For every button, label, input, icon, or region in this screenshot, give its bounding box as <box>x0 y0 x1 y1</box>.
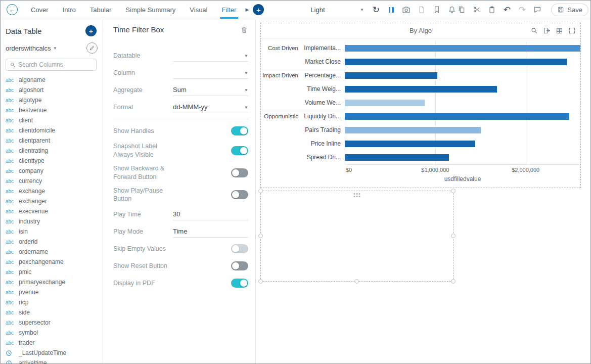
tab-intro[interactable]: Intro <box>56 1 83 19</box>
bookmark-icon[interactable] <box>432 5 441 15</box>
display-in-pdf-toggle[interactable] <box>231 279 248 288</box>
column-item[interactable]: arrivaltime <box>6 358 103 363</box>
clipboard-icon[interactable] <box>487 5 496 15</box>
add-data-table-button[interactable]: + <box>85 25 97 36</box>
copy-icon[interactable] <box>457 5 466 15</box>
bar[interactable] <box>345 45 580 52</box>
column-item[interactable]: abcsymbol <box>6 328 103 338</box>
show-play-pause-button-toggle[interactable] <box>231 190 248 199</box>
bar[interactable] <box>345 127 481 133</box>
bell-icon[interactable] <box>447 5 457 15</box>
bar[interactable] <box>345 141 475 147</box>
save-button[interactable]: Save <box>551 4 588 16</box>
zoom-icon[interactable] <box>530 27 538 34</box>
chart-plot[interactable] <box>345 41 580 165</box>
resize-handle[interactable] <box>354 279 359 284</box>
chart-x-axis: $0$1,000,000$2,000,000 <box>345 165 580 174</box>
file-icon[interactable] <box>417 5 426 15</box>
column-item[interactable]: abcalgotype <box>6 95 103 105</box>
back-button[interactable]: ← <box>7 4 18 15</box>
trash-icon[interactable] <box>240 26 248 34</box>
field-label: Column <box>113 69 173 77</box>
redo-icon[interactable]: ↷ <box>517 5 527 15</box>
bar[interactable] <box>345 100 425 106</box>
pause-icon[interactable] <box>386 5 396 15</box>
field-column: Column▾ <box>103 64 255 81</box>
bar[interactable] <box>345 72 437 79</box>
data-table-select[interactable]: orderswithcalcs <box>6 44 51 52</box>
column-item[interactable]: _LastUpdateTime <box>6 348 103 358</box>
column-item[interactable]: abcpmic <box>6 267 103 277</box>
comment-icon[interactable] <box>532 5 542 15</box>
column-item[interactable]: abcbestvenue <box>6 105 103 115</box>
column-item[interactable]: abcsupersector <box>6 317 103 328</box>
resize-handle[interactable] <box>451 279 456 284</box>
column-item[interactable]: abcricp <box>6 297 103 307</box>
column-select[interactable]: ▾ <box>173 67 248 79</box>
chevron-down-icon[interactable]: ▾ <box>54 46 57 51</box>
resize-handle[interactable] <box>451 234 456 238</box>
column-item[interactable]: abcindustry <box>6 216 103 226</box>
add-dashboard-button[interactable]: + <box>253 4 264 15</box>
aggregate-select[interactable]: Sum▾ <box>173 84 248 96</box>
time-filter-settings-panel: Time Filter Box Datatable▾Column▾Aggrega… <box>103 19 256 363</box>
refresh-icon[interactable]: ↻ <box>371 5 381 15</box>
column-item[interactable]: abcside <box>6 307 103 317</box>
play-mode-input[interactable]: Time <box>173 225 248 238</box>
resize-handle[interactable] <box>258 279 263 284</box>
drag-handle-icon[interactable] <box>353 193 361 198</box>
column-item[interactable]: abcclient <box>6 115 103 125</box>
column-item[interactable]: abcprimaryexchange <box>6 277 103 287</box>
tab-simple-summary[interactable]: Simple Summary <box>118 1 183 19</box>
scissors-icon[interactable] <box>472 5 481 15</box>
undo-icon[interactable]: ↶ <box>502 5 512 15</box>
tab-tabular[interactable]: Tabular <box>83 1 119 19</box>
show-handles-toggle[interactable] <box>231 126 248 135</box>
column-item[interactable]: abcexchange <box>6 186 103 196</box>
dashboard-canvas[interactable]: By Algo <box>256 19 590 363</box>
search-columns-input[interactable] <box>18 61 93 68</box>
column-item[interactable]: abctrader <box>6 338 103 348</box>
column-item[interactable]: abcclientrating <box>6 146 103 156</box>
snapshot-label-always-visible-toggle[interactable] <box>231 146 248 155</box>
export-icon[interactable] <box>543 27 551 34</box>
column-item[interactable]: abcclienttype <box>6 156 103 166</box>
column-item[interactable]: abcpvenue <box>6 287 103 297</box>
bar[interactable] <box>345 113 569 120</box>
column-item[interactable]: abcalgoname <box>6 75 103 85</box>
column-item[interactable]: abcisin <box>6 226 103 237</box>
next-tab-icon[interactable]: ▶ <box>245 7 249 12</box>
format-select[interactable]: dd-MMM-yy▾ <box>173 101 248 113</box>
bar[interactable] <box>345 154 449 161</box>
column-item[interactable]: abcpexchangename <box>6 257 103 267</box>
play-time-input[interactable]: 30 <box>173 208 248 220</box>
camera-icon[interactable] <box>401 5 411 15</box>
tab-cover[interactable]: Cover <box>24 1 56 19</box>
show-backward-forward-button-toggle[interactable] <box>231 168 248 177</box>
column-item[interactable]: abcclientparent <box>6 135 103 146</box>
datatable-select[interactable]: ▾ <box>173 50 248 62</box>
resize-handle[interactable] <box>258 234 263 238</box>
column-item[interactable]: abcexchanger <box>6 196 103 206</box>
tab-visual[interactable]: Visual <box>183 1 214 19</box>
theme-select[interactable]: Light ▾ <box>310 6 363 14</box>
column-item[interactable]: abcordername <box>6 247 103 257</box>
table-icon[interactable] <box>556 27 563 34</box>
column-item[interactable]: abccurrency <box>6 176 103 186</box>
column-name: exchange <box>19 188 45 195</box>
maximize-icon[interactable] <box>568 27 576 34</box>
empty-panel[interactable] <box>260 191 453 282</box>
resize-handle[interactable] <box>258 189 263 193</box>
chart-panel[interactable]: By Algo <box>260 23 581 188</box>
tab-filter[interactable]: Filter <box>215 1 244 19</box>
show-reset-button-toggle[interactable] <box>231 261 248 270</box>
column-item[interactable]: abccompany <box>6 166 103 176</box>
edit-data-table-button[interactable] <box>86 42 98 54</box>
column-item[interactable]: abcorderid <box>6 237 103 247</box>
column-item[interactable]: abcclientdomicile <box>6 125 103 135</box>
column-item[interactable]: abcexecvenue <box>6 206 103 216</box>
bar[interactable] <box>345 59 567 65</box>
resize-handle[interactable] <box>451 189 456 193</box>
column-item[interactable]: abcalgoshort <box>6 85 103 95</box>
bar[interactable] <box>345 86 497 93</box>
